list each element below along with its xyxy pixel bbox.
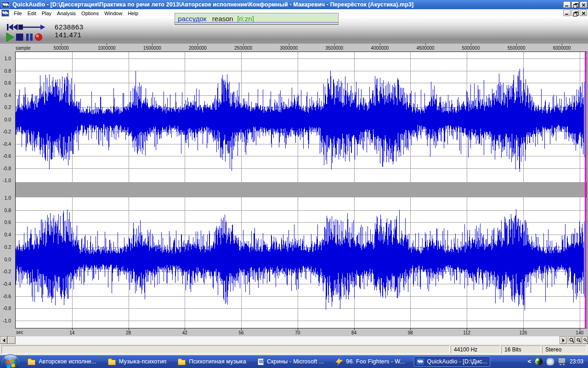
amplitude-tick-label: -0.2 [0, 269, 13, 275]
amplitude-tick-label: -0.4 [0, 141, 13, 147]
amplitude-tick-label: -1.0 [0, 318, 13, 324]
word-icon [258, 358, 264, 365]
zoom-full-button[interactable] [582, 336, 588, 344]
sample-tick [380, 44, 380, 45]
amplitude-tick-label: -0.6 [0, 293, 13, 299]
minimize-button[interactable] [563, 1, 571, 8]
taskbar-item[interactable]: Скрины - Microsoft ... [255, 356, 327, 367]
folder-icon [28, 360, 35, 365]
scroll-left-button[interactable] [0, 336, 7, 344]
sample-rate-panel: 44100 Hz [451, 345, 500, 354]
seconds-ruler: sec 14284256708498112126140 [0, 328, 588, 336]
seconds-tick-label: 140 [576, 330, 583, 335]
mdi-minimize-button[interactable] [563, 10, 571, 16]
seconds-ruler-label: sec [16, 330, 23, 335]
popup-transcription: [ri:zn] [237, 15, 254, 23]
amplitude-tick-label: -0.6 [0, 153, 13, 159]
sample-tick-label: 4000000 [371, 46, 389, 51]
amplitude-tick-label: 0.4 [0, 92, 13, 98]
sample-tick [243, 44, 244, 45]
system-tray: < 23:03 [527, 358, 588, 365]
sample-tick-label: 5500000 [508, 46, 526, 51]
taskbar-item[interactable]: 96. Foo Fighters - W... [333, 356, 407, 368]
sample-tick [107, 44, 107, 45]
menu-play[interactable]: Play [39, 10, 54, 17]
folder-icon [108, 360, 116, 365]
play-button[interactable] [6, 33, 14, 42]
amplitude-tick-label: 1.0 [0, 195, 13, 201]
pause-button[interactable] [26, 34, 29, 41]
tray-expand-icon[interactable]: < [527, 359, 531, 364]
menu-analysis[interactable]: Analysis [54, 10, 79, 17]
menu-help[interactable]: Help [125, 10, 141, 17]
amplitude-tick-label: 0.6 [0, 219, 13, 225]
transport-controls [3, 23, 51, 43]
record-button[interactable] [35, 34, 42, 41]
sample-tick-label: 2000000 [189, 46, 207, 51]
channel-mode-panel: Stereo [542, 345, 587, 354]
amplitude-tick-label: -0.8 [0, 166, 13, 172]
taskbar-item-label: 96. Foo Fighters - W... [346, 358, 405, 365]
seconds-tick-label: 84 [351, 330, 356, 335]
amplitude-tick-label: 0.2 [0, 244, 13, 250]
sample-tick [289, 44, 289, 45]
amplitude-tick-label: 0.6 [0, 80, 13, 86]
winamp-icon [335, 358, 343, 366]
seconds-tick-label: 112 [463, 330, 470, 335]
window-title: QuickAudio - [D:\Диссертация\Практика по… [12, 1, 413, 8]
amplitude-tick-label: 0.8 [0, 207, 13, 213]
sample-tick [516, 44, 517, 45]
taskbar-item-label: Скрины - Microsoft ... [267, 358, 324, 365]
start-button[interactable] [1, 354, 20, 368]
menu-edit[interactable]: Edit [25, 10, 39, 17]
taskbar-item[interactable]: Авторское исполне... [25, 356, 99, 367]
display-tray-icon[interactable] [558, 358, 565, 363]
taskbar-item[interactable]: QuickAudio - [D:\Дис... [414, 356, 490, 367]
sample-tick-label: 4500000 [416, 46, 434, 51]
zoom-out-button[interactable] [575, 336, 582, 344]
sample-tick [334, 44, 335, 45]
pause-button-bar[interactable] [30, 34, 33, 41]
seconds-tick-label: 126 [520, 330, 527, 335]
amplitude-tick-label: -0.8 [0, 305, 13, 311]
time-counter: 141.471 [55, 31, 81, 39]
zoom-in-button[interactable] [568, 336, 575, 344]
sample-tick-label: 6000000 [553, 46, 571, 51]
restore-button[interactable] [571, 1, 579, 8]
status-message-panel [1, 345, 450, 354]
sample-tick [152, 44, 153, 45]
media-player-tray-icon[interactable] [535, 358, 543, 365]
taskbar-item-label: QuickAudio - [D:\Дис... [427, 358, 487, 365]
waveform-canvas[interactable] [15, 52, 587, 328]
sample-tick-label: 5000000 [462, 46, 480, 51]
menu-file[interactable]: File [11, 10, 25, 17]
mdi-restore-button[interactable] [571, 10, 579, 16]
skip-start-button[interactable] [7, 24, 13, 30]
amplitude-tick-label: 0.4 [0, 232, 13, 238]
seek-slider-thumb[interactable] [18, 25, 23, 30]
document-icon [1, 10, 9, 17]
stop-button[interactable] [16, 34, 23, 41]
taskbar-item[interactable]: Музыка-психотип [105, 356, 170, 367]
amplitude-tick-label: 1.0 [0, 56, 13, 62]
taskbar-item-label: Музыка-психотип [119, 358, 167, 365]
amplitude-tick-label: 0.8 [0, 68, 13, 74]
menu-items: FileEditPlayAnalysisOptionsWindowHelp [11, 9, 141, 17]
seek-slider-track[interactable] [23, 27, 40, 28]
sample-tick-label: 500000 [53, 46, 68, 51]
scrollbar-thumb[interactable] [7, 336, 16, 344]
close-button[interactable] [580, 1, 587, 8]
folder-icon [178, 360, 186, 365]
rewind-button[interactable] [13, 24, 18, 30]
scroll-right-button[interactable] [560, 336, 567, 344]
mdi-close-button[interactable] [580, 10, 587, 16]
sample-ruler: sample 500000100000015000002000000250000… [0, 44, 588, 52]
forward-button[interactable] [40, 25, 45, 30]
menu-options[interactable]: Options [79, 10, 102, 17]
sample-counter: 6238863 [55, 23, 84, 31]
taskbar-item[interactable]: Психотипная музыка [175, 356, 249, 367]
status-bar: 44100 Hz 16 Bits Stereo [0, 344, 588, 355]
amplitude-tick-label: -1.0 [0, 178, 13, 184]
menu-window[interactable]: Window [102, 10, 125, 17]
messenger-tray-icon[interactable] [547, 358, 554, 365]
